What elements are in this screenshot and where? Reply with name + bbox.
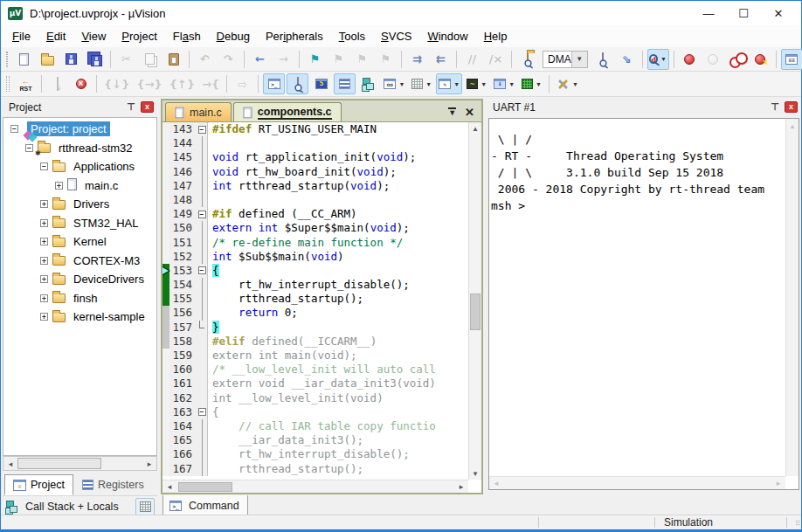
expand-icon[interactable]: +	[40, 200, 48, 208]
dropdown-icon[interactable]: ▼	[481, 81, 487, 87]
enable-disable-all-breakpoints-button[interactable]	[726, 49, 748, 70]
tree-item-drivers[interactable]: +Drivers	[3, 195, 156, 214]
fold-collapse-icon[interactable]: −	[198, 266, 206, 274]
collapse-icon[interactable]: −	[40, 162, 48, 170]
memory-window-button[interactable]: ▼	[409, 73, 434, 94]
editor-vscrollbar[interactable]: ▴ ▾	[468, 122, 481, 480]
unindent-button[interactable]: ⇇	[430, 49, 452, 70]
redo-button[interactable]: ↷	[218, 49, 239, 70]
tab-components-c[interactable]: components.c	[233, 102, 342, 121]
tree-item-kernel[interactable]: +Kernel	[3, 232, 156, 252]
new-file-button[interactable]	[13, 49, 35, 70]
tab-project[interactable]: ≡ Project	[4, 474, 73, 495]
dropdown-icon[interactable]: ▼	[398, 81, 404, 87]
menu-help[interactable]: Help	[476, 27, 515, 45]
watch-window-button[interactable]: oo▼	[381, 73, 407, 94]
code-area[interactable]: 143−#ifdef RT_USING_USER_MAIN144145void …	[162, 122, 468, 480]
registers-window-button[interactable]	[334, 73, 356, 94]
incremental-find-button[interactable]: ⇘	[616, 49, 638, 70]
close-document-icon[interactable]: ✕	[465, 107, 474, 118]
save-all-button[interactable]	[84, 49, 106, 70]
menu-svcs[interactable]: SVCS	[373, 27, 419, 45]
save-button[interactable]	[60, 49, 82, 70]
tab-list-icon[interactable]: ▼	[448, 107, 456, 117]
symbol-window-button[interactable]: S	[310, 73, 332, 94]
menu-debug[interactable]: Debug	[209, 27, 258, 45]
collapse-icon[interactable]: −	[10, 125, 18, 133]
open-file-button[interactable]	[37, 49, 59, 70]
tab-main-c[interactable]: main.c	[165, 102, 232, 121]
copy-button[interactable]	[139, 49, 161, 70]
find-text-combo[interactable]: DMA▼	[543, 51, 588, 68]
uart-hscrollbar[interactable]: ◂ ▸	[489, 476, 785, 489]
expand-icon[interactable]: +	[55, 182, 63, 190]
expand-icon[interactable]: +	[40, 313, 48, 321]
dropdown-icon[interactable]: ▼	[425, 81, 432, 87]
stop-button[interactable]: ×	[70, 73, 92, 94]
scroll-left-icon[interactable]: ◂	[162, 482, 176, 491]
tree-item-cortex-m3[interactable]: +CORTEX-M3	[3, 252, 156, 271]
show-next-statement-button[interactable]: ⇨	[232, 73, 253, 94]
scroll-left-icon[interactable]: ◂	[3, 459, 17, 468]
tree-item-rtthread-stm32[interactable]: −✱rtthread-stm32	[3, 139, 156, 158]
expand-icon[interactable]: +	[40, 238, 48, 245]
source-browser-button[interactable]: d▼	[647, 49, 669, 70]
menu-tools[interactable]: Tools	[331, 27, 373, 45]
call-stack-window-button[interactable]	[357, 73, 379, 94]
scroll-thumb[interactable]	[470, 294, 481, 330]
scroll-right-icon[interactable]: ▸	[142, 459, 156, 468]
tree-item-project-project[interactable]: −Project: project	[3, 120, 156, 139]
expand-icon[interactable]: +	[40, 294, 48, 302]
next-bookmark-button[interactable]: ⚑	[328, 49, 349, 70]
scroll-right-icon[interactable]: ▸	[454, 482, 468, 491]
kill-all-breakpoints-button[interactable]: ×	[750, 49, 771, 70]
run-to-line-button[interactable]: →{	[199, 73, 222, 94]
toolbar-grip[interactable]	[6, 52, 8, 67]
menu-flash[interactable]: Flash	[165, 27, 209, 45]
previous-bookmark-button[interactable]: ⚑	[351, 49, 373, 70]
toolbox-button[interactable]: ▼	[519, 73, 544, 94]
tree-item-finsh[interactable]: +finsh	[3, 289, 156, 308]
command-window-button[interactable]: >_	[263, 73, 285, 94]
system-viewer-button[interactable]: ↓▼	[491, 73, 517, 94]
clear-bookmarks-button[interactable]: ⚑	[375, 49, 397, 70]
toolbar-grip[interactable]	[6, 76, 10, 92]
resize-grip[interactable]: ⠿	[787, 515, 801, 529]
memory-window-button[interactable]	[135, 498, 155, 515]
fold-collapse-icon[interactable]: −	[198, 408, 206, 416]
logic-analyzer-button[interactable]: ~▼	[464, 73, 489, 94]
menu-project[interactable]: Project	[114, 27, 164, 45]
scroll-up-icon[interactable]: ▴	[468, 122, 482, 135]
project-window-button[interactable]: ≡≡	[781, 49, 802, 70]
find-button[interactable]	[592, 49, 614, 70]
tree-item-stm32-hal[interactable]: +STM32_HAL	[3, 214, 156, 233]
tree-item-kernel-sample[interactable]: +kernel-sample	[3, 307, 156, 327]
step-over-button[interactable]: {→}	[134, 73, 164, 94]
reset-button[interactable]: ←RST	[15, 73, 37, 94]
menu-window[interactable]: Window	[419, 27, 475, 45]
disassembly-window-button[interactable]	[287, 73, 308, 94]
minimize-button[interactable]: —	[691, 2, 726, 24]
tab-registers[interactable]: Registers	[73, 474, 153, 495]
scroll-left-icon[interactable]: ◂	[489, 479, 503, 487]
expand-icon[interactable]: +	[40, 257, 48, 265]
combo-dropdown-icon[interactable]: ▼	[571, 52, 587, 67]
close-button[interactable]: ✕	[761, 2, 796, 24]
dropdown-icon[interactable]: ▼	[508, 81, 515, 87]
tree-item-devicedrivers[interactable]: +DeviceDrivers	[3, 270, 156, 289]
find-in-files-button[interactable]	[516, 49, 538, 70]
dropdown-icon[interactable]: ▼	[453, 81, 460, 87]
pin-icon[interactable]: ⊤	[768, 101, 782, 113]
scroll-up-icon[interactable]: ▴	[791, 121, 795, 130]
collapse-icon[interactable]: −	[25, 144, 33, 152]
fold-collapse-icon[interactable]: −	[198, 126, 206, 134]
comment-button[interactable]: //	[461, 49, 483, 70]
dropdown-icon[interactable]: ▼	[536, 81, 542, 87]
close-panel-button[interactable]: x	[785, 101, 798, 113]
navigate-forward-button[interactable]: →	[273, 49, 294, 70]
menu-file[interactable]: File	[4, 27, 38, 45]
scroll-thumb[interactable]	[178, 482, 232, 492]
uncomment-button[interactable]: /×	[485, 49, 507, 70]
pin-icon[interactable]: ⊤	[124, 101, 138, 113]
disable-breakpoint-button[interactable]	[702, 49, 724, 70]
